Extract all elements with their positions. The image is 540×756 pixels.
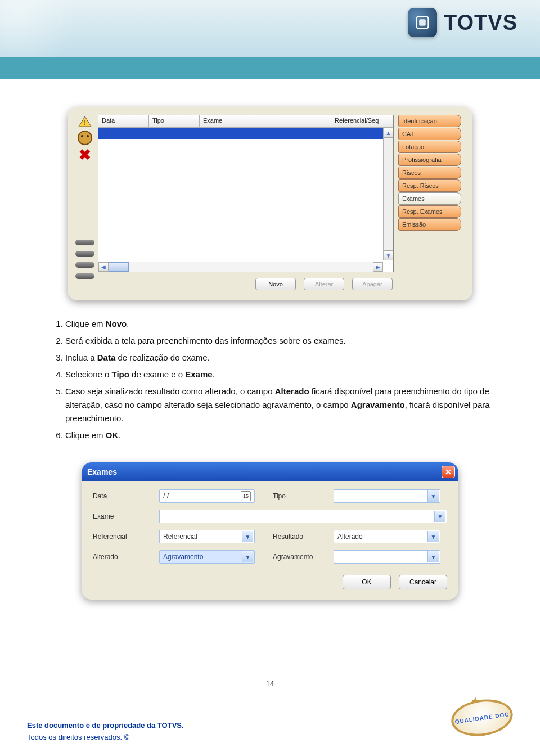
svg-text:!: ! (84, 119, 86, 127)
combo-referencial[interactable]: Referencial▼ (159, 530, 255, 543)
side-tabs: IdentificaçãoCATLotaçãoProfissiografiaRi… (398, 115, 461, 290)
label-exame: Exame (93, 512, 155, 520)
chevron-down-icon[interactable]: ▼ (428, 531, 439, 542)
svg-rect-1 (419, 19, 426, 26)
tab-profissiografia[interactable]: Profissiografia (398, 154, 461, 166)
selected-row[interactable] (98, 128, 393, 139)
tab-riscos[interactable]: Riscos (398, 166, 461, 179)
screenshot-exams-dialog: Exames ✕ Data / / 15 Tipo ▼ Exame ▼ (82, 462, 458, 600)
delete-x-icon: ✖ (78, 148, 92, 162)
step-2: Será exibida a tela para preenchimento d… (65, 334, 501, 348)
chevron-down-icon[interactable]: ▼ (434, 511, 446, 522)
step-6: Clique em OK. (65, 429, 501, 442)
scroll-left-icon[interactable]: ◀ (98, 262, 109, 272)
combo-tipo[interactable]: ▼ (334, 489, 440, 503)
vertical-scrollbar[interactable]: ▲ ▼ (383, 128, 393, 260)
close-icon[interactable]: ✕ (442, 466, 455, 478)
alterar-button: Alterar (304, 278, 344, 290)
scroll-right-icon[interactable]: ▶ (373, 262, 383, 272)
step-4: Selecione o Tipo de exame e o Exame. (65, 368, 501, 381)
chevron-down-icon[interactable]: ▼ (428, 551, 439, 562)
page-number: 14 (266, 680, 274, 688)
step-5: Caso seja sinalizado resultado como alte… (65, 385, 501, 425)
label-data: Data (93, 492, 155, 500)
combo-alterado[interactable]: Agravamento▼ (159, 550, 255, 564)
header-band: TOTVS (0, 0, 540, 57)
grid-header-row: Data Tipo Exame Referencial/Seq (98, 115, 393, 128)
ring-icon (75, 240, 94, 245)
col-ref[interactable]: Referencial/Seq (331, 115, 393, 127)
brand-cube-icon (408, 8, 437, 37)
face-icon (78, 130, 92, 145)
scroll-thumb[interactable] (109, 262, 129, 272)
chevron-down-icon[interactable]: ▼ (428, 490, 439, 502)
exams-grid[interactable]: Data Tipo Exame Referencial/Seq ▲ ▼ ◀ ▶ (98, 115, 394, 272)
tab-emissão[interactable]: Emissão (398, 218, 461, 231)
tab-exames[interactable]: Exames (398, 192, 461, 205)
page-footer: 14 Este documento é de propriedade da TO… (27, 687, 513, 744)
screenshot-exams-grid: ! ✖ Data Tipo Exame Referencial/Seq (68, 107, 472, 300)
chevron-down-icon[interactable]: ▼ (242, 531, 253, 542)
tab-lotação[interactable]: Lotação (398, 141, 461, 153)
quality-stamp: ★ ★ QUALIDADE DOC (451, 695, 513, 744)
apagar-button: Apagar (352, 278, 393, 290)
ring-icon (75, 273, 94, 279)
novo-button[interactable]: Novo (255, 278, 296, 290)
scroll-down-icon[interactable]: ▼ (384, 250, 393, 260)
ok-button[interactable]: OK (343, 575, 391, 590)
label-tipo: Tipo (273, 492, 329, 500)
label-agravamento: Agravamento (273, 553, 329, 561)
horizontal-scrollbar[interactable]: ◀ ▶ (98, 262, 383, 272)
col-tipo[interactable]: Tipo (149, 115, 200, 127)
label-alterado: Alterado (93, 553, 155, 561)
tab-identificação[interactable]: Identificação (398, 115, 461, 127)
binder-edge: ! ✖ (72, 115, 98, 290)
tab-resp--exames[interactable]: Resp. Exames (398, 205, 461, 218)
combo-exame[interactable]: ▼ (159, 510, 447, 523)
footer-line1: Este documento é de propriedade da TOTVS… (27, 720, 184, 732)
dialog-title: Exames (87, 467, 117, 476)
dialog-titlebar: Exames ✕ (82, 462, 458, 482)
step-1: Clique em Novo. (65, 317, 501, 331)
ring-icon (75, 262, 94, 268)
combo-resultado[interactable]: Alterado▼ (334, 530, 440, 543)
label-resultado: Resultado (273, 533, 329, 541)
col-data[interactable]: Data (98, 115, 149, 127)
calendar-icon[interactable]: 15 (241, 491, 251, 501)
brand-logo: TOTVS (408, 8, 518, 37)
tab-cat[interactable]: CAT (398, 128, 461, 140)
step-3: Inclua a Data de realização do exame. (65, 351, 501, 364)
scroll-up-icon[interactable]: ▲ (384, 128, 393, 138)
col-exame[interactable]: Exame (200, 115, 331, 127)
combo-agravamento[interactable]: ▼ (334, 550, 440, 564)
chevron-down-icon[interactable]: ▼ (242, 551, 253, 562)
tab-resp--riscos[interactable]: Resp. Riscos (398, 179, 461, 192)
cancel-button[interactable]: Cancelar (399, 575, 447, 590)
input-data[interactable]: / / 15 (159, 489, 255, 503)
instruction-list: Clique em Novo. Será exibida a tela para… (34, 317, 506, 462)
header-strip (0, 57, 540, 79)
footer-line2: Todos os direitos reservados. © (27, 732, 184, 744)
warning-icon: ! (78, 116, 92, 127)
ring-icon (75, 251, 94, 256)
brand-text: TOTVS (444, 11, 518, 35)
label-referencial: Referencial (93, 533, 155, 541)
